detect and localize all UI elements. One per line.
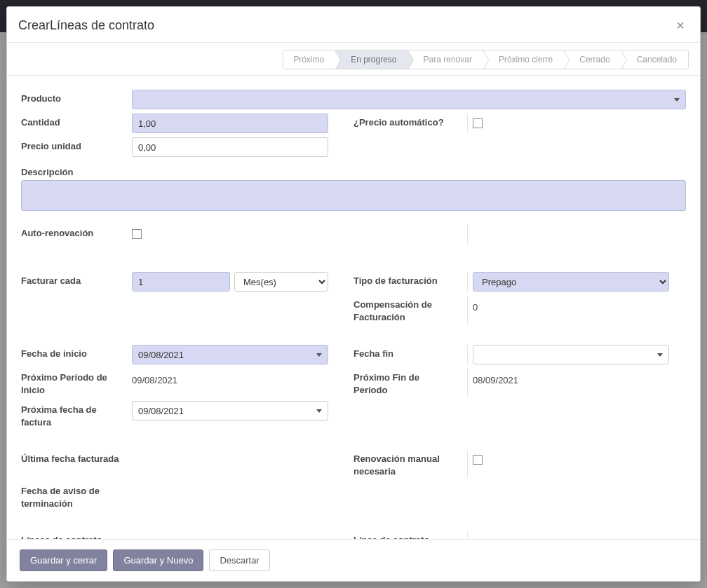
label-precio-unidad: Precio unidad	[21, 137, 132, 153]
modal-title: CrearLíneas de contrato	[18, 18, 154, 33]
label-linea-predecesora: Líneas de contrato predecesora	[21, 531, 132, 539]
row-proximo-periodo: Próximo Período de Inicio 09/08/2021 Pró…	[21, 369, 686, 397]
label-fecha-inicio: Fecha de inicio	[21, 345, 132, 360]
status-steps: Próximo En progreso Para renovar Próximo…	[283, 50, 689, 69]
facturar-cada-number-input[interactable]	[132, 272, 230, 292]
fecha-inicio-datepicker[interactable]: 09/08/2021	[132, 345, 328, 364]
status-step-en-progreso[interactable]: En progreso	[335, 50, 408, 69]
row-precio-unidad: Precio unidad	[21, 137, 686, 157]
label-facturar-cada: Facturar cada	[21, 272, 132, 287]
row-fecha-inicio-fin: Fecha de inicio 09/08/2021 Fecha fin	[21, 345, 686, 364]
modal-footer: Guardar y cerrar Guardar y Nuevo Descart…	[7, 539, 700, 581]
label-renovacion-manual: Renovación manual necesaria	[354, 450, 459, 478]
label-descripcion: Descripción	[21, 167, 686, 177]
status-step-proximo-cierre[interactable]: Próximo cierre	[483, 50, 564, 69]
producto-select[interactable]	[132, 90, 686, 109]
chevron-down-icon	[316, 409, 322, 413]
save-and-close-button[interactable]: Guardar y cerrar	[20, 549, 107, 571]
row-facturar-tipo: Facturar cada Mes(es) Tipo de facturació…	[21, 272, 686, 292]
row-cantidad-precioauto: Cantidad ¿Precio automático?	[21, 114, 686, 133]
label-fecha-aviso-terminacion: Fecha de aviso de terminación	[21, 482, 132, 510]
row-descripcion: Descripción	[21, 167, 686, 213]
label-auto-renovacion: Auto-renovación	[21, 224, 132, 240]
label-precio-automatico: ¿Precio automático?	[354, 114, 459, 129]
label-linea-sucesor: Línea de contrato sucesor	[354, 531, 459, 539]
label-tipo-facturacion: Tipo de facturación	[354, 272, 459, 287]
cantidad-input[interactable]	[132, 114, 328, 133]
chevron-down-icon	[674, 98, 680, 102]
proxima-fecha-factura-value: 09/08/2021	[138, 406, 184, 416]
descripcion-textarea[interactable]	[21, 180, 686, 211]
discard-button[interactable]: Descartar	[209, 549, 269, 571]
proximo-periodo-inicio-value: 09/08/2021	[132, 372, 177, 385]
facturar-cada-unit-select[interactable]: Mes(es)	[234, 272, 328, 292]
label-cantidad: Cantidad	[21, 114, 132, 129]
row-producto: Producto	[21, 90, 686, 109]
status-step-proximo[interactable]: Próximo	[283, 50, 335, 69]
row-proxima-fecha-factura: Próxima fecha de factura 09/08/2021	[21, 401, 686, 429]
fecha-inicio-value: 09/08/2021	[138, 350, 184, 360]
close-button[interactable]: ×	[672, 17, 689, 34]
status-step-para-renovar[interactable]: Para renovar	[408, 50, 483, 69]
compensacion-facturacion-value: 0	[473, 299, 478, 313]
modal-body: Producto Cantidad ¿Precio automático?	[7, 76, 700, 539]
renovacion-manual-checkbox[interactable]	[473, 455, 483, 465]
label-ultima-fecha-facturada: Última fecha facturada	[21, 450, 132, 465]
save-and-new-button[interactable]: Guardar y Nuevo	[113, 549, 203, 571]
status-bar: Próximo En progreso Para renovar Próximo…	[7, 43, 700, 76]
chevron-down-icon	[316, 353, 322, 357]
row-ultima-renovacion: Última fecha facturada Renovación manual…	[21, 450, 686, 478]
row-lineas-pred-suc: Líneas de contrato predecesora Línea de …	[21, 531, 686, 539]
create-contract-line-modal: CrearLíneas de contrato × Próximo En pro…	[6, 6, 701, 582]
row-auto-renovacion: Auto-renovación	[21, 224, 686, 244]
label-compensacion-facturacion: Compensación de Facturación	[354, 296, 459, 324]
auto-renovacion-checkbox[interactable]	[132, 229, 142, 239]
fecha-fin-datepicker[interactable]	[473, 345, 669, 364]
status-step-cancelado[interactable]: Cancelado	[621, 50, 688, 69]
close-icon: ×	[676, 18, 685, 33]
label-proximo-periodo-inicio: Próximo Período de Inicio	[21, 369, 132, 397]
precio-automatico-checkbox[interactable]	[473, 118, 483, 128]
precio-unidad-input[interactable]	[132, 137, 328, 157]
chevron-down-icon	[657, 353, 663, 357]
row-fecha-aviso-terminacion: Fecha de aviso de terminación	[21, 482, 686, 510]
label-fecha-fin: Fecha fin	[354, 345, 459, 360]
tipo-facturacion-select[interactable]: Prepago	[473, 272, 669, 292]
label-proximo-fin-periodo: Próximo Fin de Período	[354, 369, 459, 397]
row-compensacion: Compensación de Facturación 0	[21, 296, 686, 324]
proximo-fin-periodo-value: 08/09/2021	[473, 372, 518, 385]
label-producto: Producto	[21, 90, 132, 109]
proxima-fecha-factura-datepicker[interactable]: 09/08/2021	[132, 401, 328, 421]
status-step-cerrado[interactable]: Cerrado	[564, 50, 621, 69]
label-proxima-fecha-factura: Próxima fecha de factura	[21, 401, 132, 429]
modal-header: CrearLíneas de contrato ×	[7, 7, 700, 43]
